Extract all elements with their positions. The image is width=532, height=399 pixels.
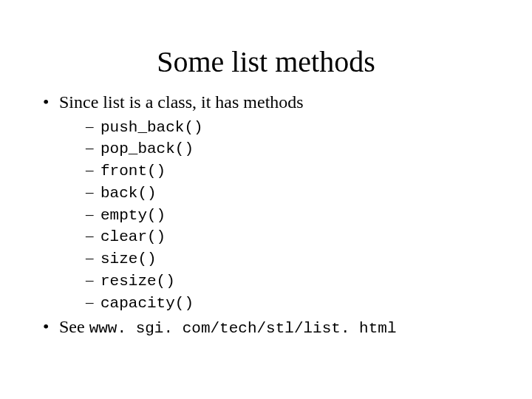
method-name: resize() [100, 273, 175, 290]
method-item: push_back() [86, 117, 502, 137]
method-name: clear() [100, 228, 166, 245]
method-name: empty() [100, 207, 166, 224]
method-item: resize() [86, 271, 502, 291]
method-name: size() [100, 250, 157, 267]
method-name: front() [100, 163, 166, 180]
method-list: push_back() pop_back() front() back() em… [59, 117, 502, 313]
method-name: back() [100, 185, 157, 202]
method-item: capacity() [86, 293, 502, 313]
see-prefix: See [59, 317, 89, 336]
method-item: size() [86, 249, 502, 269]
bullet-list: Since list is a class, it has methods pu… [30, 92, 502, 338]
bullet-intro-text: Since list is a class, it has methods [59, 92, 304, 112]
method-item: pop_back() [86, 139, 502, 159]
bullet-intro: Since list is a class, it has methods pu… [43, 92, 502, 313]
bullet-see: See www. sgi. com/tech/stl/list. html [43, 317, 502, 338]
method-item: empty() [86, 205, 502, 225]
slide-title: Some list methods [30, 44, 502, 79]
method-name: capacity() [100, 295, 194, 312]
method-name: pop_back() [100, 140, 194, 157]
method-item: front() [86, 161, 502, 181]
slide: Some list methods Since list is a class,… [0, 0, 532, 399]
see-url: www. sgi. com/tech/stl/list. html [89, 320, 397, 337]
method-name: push_back() [100, 119, 203, 136]
method-item: back() [86, 183, 502, 203]
method-item: clear() [86, 227, 502, 247]
